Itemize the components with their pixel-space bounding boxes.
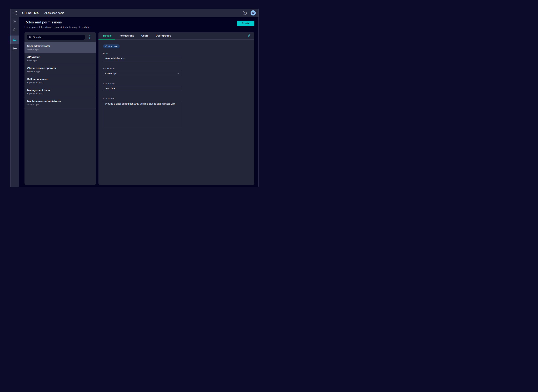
role-list-item[interactable]: Management team Operations App bbox=[24, 86, 96, 97]
edit-role-button[interactable] bbox=[247, 34, 251, 38]
page-title: Roles and permissions bbox=[24, 20, 89, 24]
search-input[interactable] bbox=[33, 36, 83, 39]
roles-list-panel: User administrator Assets App API Admin … bbox=[24, 32, 96, 185]
role-name: User administrator bbox=[27, 44, 93, 48]
role-name: Machine user administrator bbox=[27, 100, 93, 103]
avatar-initials: JD bbox=[252, 12, 255, 14]
application-name: Application name bbox=[44, 11, 64, 14]
help-button[interactable]: ? bbox=[243, 11, 247, 15]
role-name: Management team bbox=[27, 89, 93, 92]
app-body: Roles and permissions Lorem ipsum dolor … bbox=[10, 17, 258, 187]
page-head: Roles and permissions Lorem ipsum dolor … bbox=[24, 20, 254, 28]
sidebar-item-files[interactable] bbox=[10, 47, 19, 51]
application-select[interactable]: Assets App bbox=[103, 71, 181, 76]
role-app: Operations App bbox=[27, 92, 93, 95]
home-icon bbox=[13, 28, 17, 32]
role-app: Operations App bbox=[27, 81, 93, 84]
users-group-icon bbox=[12, 37, 17, 42]
question-circle-icon: ? bbox=[244, 12, 245, 14]
role-app: Monitor App bbox=[27, 70, 93, 73]
page-title-block: Roles and permissions Lorem ipsum dolor … bbox=[24, 20, 89, 28]
created-by-field-label: Created by bbox=[103, 82, 250, 85]
double-chevron-right-icon bbox=[13, 20, 16, 23]
kebab-menu-icon bbox=[89, 35, 90, 39]
created-by-input[interactable] bbox=[103, 86, 181, 91]
application-field: Application Assets App bbox=[103, 67, 250, 76]
role-app: Assets App bbox=[27, 103, 93, 106]
role-app: Data App bbox=[27, 59, 93, 62]
role-list-item[interactable]: User administrator Assets App bbox=[24, 42, 96, 53]
tab-user-groups[interactable]: User groups bbox=[152, 32, 174, 39]
tab-permissions[interactable]: Permissions bbox=[115, 32, 138, 39]
role-input[interactable] bbox=[103, 56, 181, 61]
app-window: SIEMENS Application name ? JD bbox=[10, 9, 259, 187]
role-list: User administrator Assets App API Admin … bbox=[24, 42, 96, 108]
comments-field-label: Comments bbox=[103, 97, 250, 100]
role-list-item[interactable]: Self service user Operations App bbox=[24, 75, 96, 86]
user-avatar[interactable]: JD bbox=[251, 10, 256, 15]
application-select-value: Assets App bbox=[105, 72, 117, 75]
chevron-down-icon bbox=[177, 73, 179, 74]
details-tabbar: Details Permissions Users User groups bbox=[98, 32, 254, 39]
role-list-item[interactable]: API Admin Data App bbox=[24, 53, 96, 64]
sidebar bbox=[10, 17, 19, 187]
panels-row: User administrator Assets App API Admin … bbox=[24, 32, 254, 185]
role-app: Assets App bbox=[27, 48, 93, 51]
role-field: Role bbox=[103, 52, 250, 61]
role-list-item[interactable]: Global service operator Monitor App bbox=[24, 64, 96, 75]
sidebar-expand-button[interactable] bbox=[10, 19, 19, 23]
role-list-item[interactable]: Machine user administrator Assets App bbox=[24, 97, 96, 108]
role-name: API Admin bbox=[27, 56, 93, 59]
app-launcher-button[interactable] bbox=[13, 11, 17, 15]
comments-textarea[interactable]: Provide a clear description what this ro… bbox=[103, 101, 181, 127]
tab-users[interactable]: Users bbox=[138, 32, 152, 39]
sidebar-item-roles[interactable] bbox=[10, 36, 19, 44]
created-by-field: Created by bbox=[103, 82, 250, 91]
details-panel: Details Permissions Users User groups bbox=[98, 32, 254, 185]
details-content: Custom role Role Application Assets App bbox=[98, 39, 254, 133]
magnifier-icon bbox=[29, 36, 32, 38]
list-menu-button[interactable] bbox=[88, 35, 92, 39]
search-box bbox=[27, 35, 85, 40]
custom-role-badge: Custom role bbox=[103, 44, 120, 48]
comments-field: Comments Provide a clear description wha… bbox=[103, 97, 250, 128]
search-row bbox=[24, 32, 96, 42]
pencil-icon bbox=[247, 34, 251, 37]
open-folder-icon bbox=[13, 47, 17, 51]
create-button[interactable]: Create bbox=[237, 21, 254, 26]
siemens-logo: SIEMENS bbox=[22, 11, 39, 15]
tab-details[interactable]: Details bbox=[98, 32, 115, 39]
sidebar-item-home[interactable] bbox=[10, 28, 19, 32]
app-header: SIEMENS Application name ? JD bbox=[10, 9, 258, 17]
role-name: Self service user bbox=[27, 78, 93, 81]
main-content: Roles and permissions Lorem ipsum dolor … bbox=[19, 17, 258, 187]
page-subtitle: Lorem ipsum dolor sit amet, consectetur … bbox=[24, 26, 89, 28]
app-grid-icon bbox=[14, 11, 17, 15]
role-field-label: Role bbox=[103, 52, 250, 55]
application-field-label: Application bbox=[103, 67, 250, 70]
role-name: Global service operator bbox=[27, 66, 93, 70]
